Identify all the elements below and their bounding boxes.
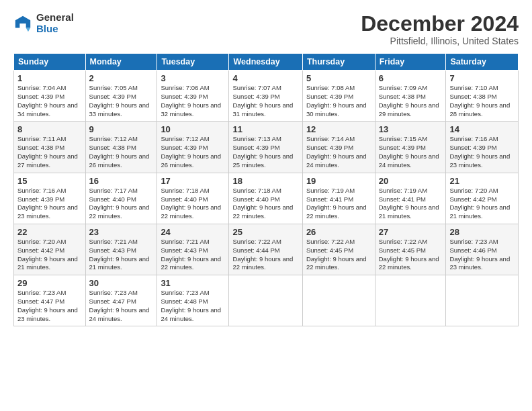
calendar-cell: 19Sunrise: 7:19 AMSunset: 4:41 PMDayligh…	[302, 173, 375, 224]
day-info: Sunrise: 7:23 AMSunset: 4:46 PMDaylight:…	[449, 238, 515, 272]
day-number: 7	[449, 73, 515, 83]
calendar-week-4: 22Sunrise: 7:20 AMSunset: 4:42 PMDayligh…	[14, 224, 519, 275]
day-number: 13	[379, 124, 443, 134]
day-number: 10	[161, 124, 225, 134]
calendar-week-2: 8Sunrise: 7:11 AMSunset: 4:38 PMDaylight…	[14, 122, 519, 173]
calendar-cell: 16Sunrise: 7:17 AMSunset: 4:40 PMDayligh…	[85, 173, 157, 224]
day-number: 24	[161, 227, 225, 237]
calendar-cell: 15Sunrise: 7:16 AMSunset: 4:39 PMDayligh…	[14, 173, 86, 224]
calendar-cell: 31Sunrise: 7:23 AMSunset: 4:48 PMDayligh…	[157, 275, 229, 326]
col-header-tuesday: Tuesday	[157, 54, 229, 71]
calendar-cell	[229, 275, 302, 326]
calendar-cell: 3Sunrise: 7:06 AMSunset: 4:39 PMDaylight…	[157, 71, 229, 122]
day-info: Sunrise: 7:15 AMSunset: 4:39 PMDaylight:…	[379, 135, 443, 169]
day-info: Sunrise: 7:22 AMSunset: 4:45 PMDaylight:…	[379, 238, 443, 272]
calendar-cell: 12Sunrise: 7:14 AMSunset: 4:39 PMDayligh…	[302, 122, 375, 173]
title-block: December 2024 Pittsfield, Illinois, Unit…	[361, 12, 519, 46]
day-info: Sunrise: 7:06 AMSunset: 4:39 PMDaylight:…	[161, 84, 225, 118]
day-number: 2	[89, 73, 154, 83]
day-number: 6	[379, 73, 443, 83]
day-number: 16	[89, 176, 154, 186]
day-number: 28	[449, 227, 515, 237]
calendar-cell: 14Sunrise: 7:16 AMSunset: 4:39 PMDayligh…	[446, 122, 519, 173]
day-info: Sunrise: 7:10 AMSunset: 4:38 PMDaylight:…	[449, 84, 515, 118]
calendar-cell: 20Sunrise: 7:19 AMSunset: 4:41 PMDayligh…	[375, 173, 446, 224]
day-info: Sunrise: 7:04 AMSunset: 4:39 PMDaylight:…	[17, 84, 82, 118]
logo-icon	[13, 14, 32, 33]
calendar-cell: 7Sunrise: 7:10 AMSunset: 4:38 PMDaylight…	[446, 71, 519, 122]
day-info: Sunrise: 7:20 AMSunset: 4:42 PMDaylight:…	[17, 238, 82, 272]
day-number: 22	[17, 227, 82, 237]
calendar-cell: 4Sunrise: 7:07 AMSunset: 4:39 PMDaylight…	[229, 71, 302, 122]
day-number: 3	[161, 73, 225, 83]
day-number: 18	[232, 176, 298, 186]
day-info: Sunrise: 7:05 AMSunset: 4:39 PMDaylight:…	[89, 84, 154, 118]
col-header-wednesday: Wednesday	[229, 54, 302, 71]
calendar-cell: 26Sunrise: 7:22 AMSunset: 4:45 PMDayligh…	[302, 224, 375, 275]
calendar-week-3: 15Sunrise: 7:16 AMSunset: 4:39 PMDayligh…	[14, 173, 519, 224]
calendar-cell: 28Sunrise: 7:23 AMSunset: 4:46 PMDayligh…	[446, 224, 519, 275]
calendar-cell	[375, 275, 446, 326]
day-info: Sunrise: 7:17 AMSunset: 4:40 PMDaylight:…	[89, 187, 154, 221]
day-info: Sunrise: 7:23 AMSunset: 4:48 PMDaylight:…	[161, 289, 225, 323]
calendar-cell: 24Sunrise: 7:21 AMSunset: 4:43 PMDayligh…	[157, 224, 229, 275]
col-header-saturday: Saturday	[446, 54, 519, 71]
day-info: Sunrise: 7:18 AMSunset: 4:40 PMDaylight:…	[232, 187, 298, 221]
page: General Blue December 2024 Pittsfield, I…	[0, 0, 532, 411]
day-number: 26	[306, 227, 371, 237]
day-number: 30	[89, 278, 154, 288]
calendar-cell: 22Sunrise: 7:20 AMSunset: 4:42 PMDayligh…	[14, 224, 86, 275]
calendar-cell	[446, 275, 519, 326]
day-info: Sunrise: 7:13 AMSunset: 4:39 PMDaylight:…	[232, 135, 298, 169]
day-info: Sunrise: 7:18 AMSunset: 4:40 PMDaylight:…	[161, 187, 225, 221]
calendar-cell: 9Sunrise: 7:12 AMSunset: 4:38 PMDaylight…	[85, 122, 157, 173]
day-info: Sunrise: 7:16 AMSunset: 4:39 PMDaylight:…	[449, 135, 515, 169]
logo: General Blue	[13, 12, 74, 34]
day-info: Sunrise: 7:09 AMSunset: 4:38 PMDaylight:…	[379, 84, 443, 118]
calendar-location: Pittsfield, Illinois, United States	[361, 36, 519, 46]
header: General Blue December 2024 Pittsfield, I…	[13, 12, 519, 46]
logo-blue-text: Blue	[36, 24, 74, 35]
svg-marker-1	[26, 28, 31, 32]
calendar-cell: 18Sunrise: 7:18 AMSunset: 4:40 PMDayligh…	[229, 173, 302, 224]
day-number: 17	[161, 176, 225, 186]
calendar-week-5: 29Sunrise: 7:23 AMSunset: 4:47 PMDayligh…	[14, 275, 519, 326]
day-info: Sunrise: 7:08 AMSunset: 4:39 PMDaylight:…	[306, 84, 371, 118]
day-info: Sunrise: 7:07 AMSunset: 4:39 PMDaylight:…	[232, 84, 298, 118]
day-number: 4	[232, 73, 298, 83]
calendar-cell: 17Sunrise: 7:18 AMSunset: 4:40 PMDayligh…	[157, 173, 229, 224]
calendar-cell: 2Sunrise: 7:05 AMSunset: 4:39 PMDaylight…	[85, 71, 157, 122]
day-number: 27	[379, 227, 443, 237]
col-header-monday: Monday	[85, 54, 157, 71]
calendar-cell: 6Sunrise: 7:09 AMSunset: 4:38 PMDaylight…	[375, 71, 446, 122]
day-info: Sunrise: 7:22 AMSunset: 4:44 PMDaylight:…	[232, 238, 298, 272]
day-info: Sunrise: 7:11 AMSunset: 4:38 PMDaylight:…	[17, 135, 82, 169]
calendar-cell: 10Sunrise: 7:12 AMSunset: 4:39 PMDayligh…	[157, 122, 229, 173]
day-number: 31	[161, 278, 225, 288]
day-number: 8	[17, 124, 82, 134]
calendar-table: SundayMondayTuesdayWednesdayThursdayFrid…	[13, 53, 519, 326]
calendar-cell: 25Sunrise: 7:22 AMSunset: 4:44 PMDayligh…	[229, 224, 302, 275]
day-number: 14	[449, 124, 515, 134]
calendar-cell: 27Sunrise: 7:22 AMSunset: 4:45 PMDayligh…	[375, 224, 446, 275]
day-number: 21	[449, 176, 515, 186]
calendar-cell: 8Sunrise: 7:11 AMSunset: 4:38 PMDaylight…	[14, 122, 86, 173]
calendar-cell: 13Sunrise: 7:15 AMSunset: 4:39 PMDayligh…	[375, 122, 446, 173]
day-info: Sunrise: 7:23 AMSunset: 4:47 PMDaylight:…	[17, 289, 82, 323]
col-header-friday: Friday	[375, 54, 446, 71]
calendar-cell: 1Sunrise: 7:04 AMSunset: 4:39 PMDaylight…	[14, 71, 86, 122]
calendar-cell: 21Sunrise: 7:20 AMSunset: 4:42 PMDayligh…	[446, 173, 519, 224]
day-number: 25	[232, 227, 298, 237]
calendar-week-1: 1Sunrise: 7:04 AMSunset: 4:39 PMDaylight…	[14, 71, 519, 122]
svg-marker-0	[15, 15, 30, 28]
calendar-header-row: SundayMondayTuesdayWednesdayThursdayFrid…	[14, 54, 519, 71]
day-info: Sunrise: 7:16 AMSunset: 4:39 PMDaylight:…	[17, 187, 82, 221]
day-info: Sunrise: 7:14 AMSunset: 4:39 PMDaylight:…	[306, 135, 371, 169]
day-number: 15	[17, 176, 82, 186]
calendar-cell	[302, 275, 375, 326]
day-number: 20	[379, 176, 443, 186]
day-info: Sunrise: 7:20 AMSunset: 4:42 PMDaylight:…	[449, 187, 515, 221]
day-number: 29	[17, 278, 82, 288]
logo-text: General Blue	[36, 12, 74, 34]
calendar-cell: 30Sunrise: 7:23 AMSunset: 4:47 PMDayligh…	[85, 275, 157, 326]
